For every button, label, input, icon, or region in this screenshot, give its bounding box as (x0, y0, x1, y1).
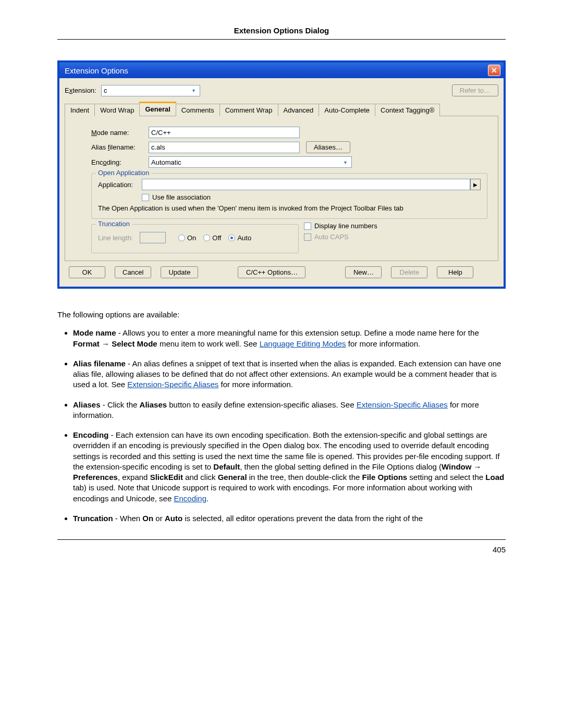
tab-commentwrap[interactable]: Comment Wrap (219, 104, 278, 116)
extension-label: Extension: (65, 87, 98, 94)
tab-comments[interactable]: Comments (176, 104, 220, 116)
bullet-mode-name: Mode name - Allows you to enter a more m… (73, 328, 506, 349)
tab-indent[interactable]: Indent (65, 104, 95, 116)
new-button[interactable]: New… (345, 266, 382, 278)
ok-button[interactable]: OK (69, 266, 105, 278)
extension-combo[interactable]: c ▾ (101, 85, 200, 96)
tab-advanced[interactable]: Advanced (278, 104, 320, 116)
application-input[interactable] (142, 179, 470, 190)
intro-text: The following options are available: (57, 310, 506, 320)
page-number: 405 (57, 545, 506, 554)
link-language-editing-modes[interactable]: Language Editing Modes (260, 339, 346, 348)
language-options-button[interactable]: C/C++ Options… (238, 266, 305, 278)
link-encoding[interactable]: Encoding (174, 494, 206, 503)
truncation-off-radio[interactable]: Off (203, 234, 221, 242)
bullet-aliases: Aliases - Click the Aliases button to ea… (73, 400, 506, 421)
mode-name-label: Mode name: (91, 129, 149, 137)
aliases-button[interactable]: Aliases… (306, 141, 350, 153)
dialog-title: Extension Options (65, 66, 128, 75)
doc-body: The following options are available: Mod… (57, 310, 506, 524)
truncation-legend: Truncation (96, 220, 132, 228)
chevron-down-icon: ▾ (341, 158, 349, 166)
line-length-input[interactable] (140, 232, 166, 243)
use-file-association-checkbox[interactable]: Use file association (142, 193, 211, 201)
tab-panel-general: Mode name: C/C++ Alias filename: c.als A… (65, 116, 498, 261)
link-extension-specific-aliases-2[interactable]: Extension-Specific Aliases (357, 400, 448, 409)
help-button[interactable]: Help (437, 266, 473, 278)
open-application-group: Open Application Application: ▶ Use file… (91, 173, 487, 219)
chevron-down-icon: ▾ (189, 87, 198, 95)
extension-options-dialog: Extension Options ✕ Extension: c ▾ Refer… (57, 60, 506, 289)
line-length-label: Line length: (98, 234, 140, 242)
page-title: Extension Options Dialog (57, 26, 506, 35)
tab-general[interactable]: General (139, 102, 176, 116)
close-icon[interactable]: ✕ (488, 65, 500, 76)
update-button[interactable]: Update (161, 266, 198, 278)
link-extension-specific-aliases[interactable]: Extension-Specific Aliases (127, 380, 218, 389)
refer-to-button[interactable]: Refer to… (452, 84, 498, 96)
truncation-group: Truncation Line length: On Off (91, 224, 299, 253)
display-line-numbers-checkbox[interactable]: Display line numbers (304, 222, 377, 230)
mode-name-input[interactable]: C/C++ (149, 127, 300, 138)
browse-icon[interactable]: ▶ (470, 179, 481, 190)
application-label: Application: (98, 181, 142, 189)
open-application-help: The Open Application is used when the 'O… (98, 204, 481, 212)
bullet-truncation: Truncation - When On or Auto is selected… (73, 513, 506, 524)
cancel-button[interactable]: Cancel (115, 266, 151, 278)
delete-button[interactable]: Delete (391, 266, 427, 278)
tab-autocomplete[interactable]: Auto-Complete (319, 104, 375, 116)
tab-strip: Indent Word Wrap General Comments Commen… (65, 102, 498, 116)
open-application-legend: Open Application (96, 169, 151, 177)
encoding-combo[interactable]: Automatic ▾ (149, 156, 352, 168)
truncation-auto-radio[interactable]: Auto (228, 234, 251, 242)
rule-bottom (57, 539, 506, 540)
auto-caps-checkbox[interactable]: Auto CAPS (304, 233, 349, 241)
rule-top (57, 39, 506, 40)
truncation-on-radio[interactable]: On (178, 234, 196, 242)
titlebar: Extension Options ✕ (59, 63, 504, 78)
alias-filename-label: Alias filename: (91, 143, 149, 151)
tab-context-tagging[interactable]: Context Tagging® (375, 104, 440, 116)
bullet-encoding: Encoding - Each extension can have its o… (73, 430, 506, 504)
tab-wordwrap[interactable]: Word Wrap (94, 104, 140, 116)
alias-filename-input[interactable]: c.als (149, 142, 300, 153)
encoding-label: Encoding: (91, 158, 149, 166)
bullet-alias-filename: Alias filename - An alias defines a snip… (73, 359, 506, 390)
